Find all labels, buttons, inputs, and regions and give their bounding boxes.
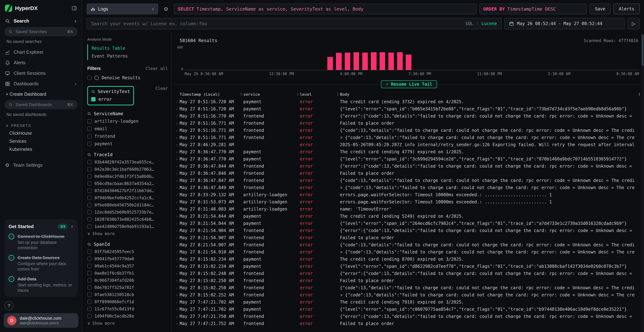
denoise-results-option[interactable]: Denoise Results xyxy=(87,75,168,80)
row-expand-chevron[interactable]: › xyxy=(174,228,180,233)
filter-option[interactable]: email xyxy=(87,126,168,131)
histogram-bar[interactable] xyxy=(327,57,333,70)
row-expand-chevron[interactable]: › xyxy=(174,193,180,197)
log-row[interactable]: ›May 27 8:36:47.849 AMfrontenderror✕{"co… xyxy=(174,184,644,191)
checkbox[interactable] xyxy=(87,167,92,171)
sidebar-item-team-settings[interactable]: ⚙ Team Settings xyxy=(0,160,82,171)
filter-option[interactable]: ✓error xyxy=(91,96,130,102)
sidebar-item-alerts[interactable]: Alerts xyxy=(0,58,82,68)
user-menu[interactable]: D dale@clickhouse.com dale@clickhouse.co… xyxy=(4,313,78,328)
filter-option[interactable]: 07d184304627bf2f11b67dd… xyxy=(87,188,168,193)
row-expand-chevron[interactable]: › xyxy=(174,136,180,140)
log-row[interactable]: ›May 27 8:36:47.844 AMfrontenderror{"err… xyxy=(174,162,644,170)
wrap-toggle-icon[interactable]: ✕ xyxy=(340,250,343,254)
order-by-input[interactable]: ORDER BY TimestampTime DESC xyxy=(480,4,587,14)
filter-option[interactable]: 1d94f08c5acdb28e xyxy=(87,314,168,318)
row-expand-chevron[interactable]: › xyxy=(174,293,180,297)
log-row[interactable]: ›May 27 8:15:02.234 AMpaymenterrorThe cr… xyxy=(174,256,644,263)
filter-option[interactable]: payment xyxy=(87,141,168,146)
log-row[interactable]: ›May 27 8:33:29.132 AMartillery-loadgene… xyxy=(174,191,644,198)
filter-option[interactable]: 0c0667304fafd206 xyxy=(87,278,168,283)
log-row[interactable]: ›May 27 8:36:47.846 AMfrontenderrorFaile… xyxy=(174,170,644,177)
run-query-button[interactable]: ▷ xyxy=(628,18,640,29)
histogram-bar[interactable] xyxy=(380,52,385,70)
column-resize-handle[interactable]: ⋮ xyxy=(336,92,340,96)
show-more-button[interactable]: ∨Show more xyxy=(87,231,168,236)
analysis-mode-option[interactable]: Event Patterns xyxy=(92,52,168,60)
row-expand-chevron[interactable]: › xyxy=(174,264,180,269)
row-expand-chevron[interactable]: › xyxy=(174,250,180,254)
log-row[interactable]: ›May 27 8:21:54.907 AMfrontenderrorFaile… xyxy=(174,234,644,241)
filter-option[interactable]: 11c67fe55c0d13fd xyxy=(87,306,168,311)
wrap-toggle-icon[interactable]: ✕ xyxy=(340,293,343,297)
filter-option[interactable]: frontend xyxy=(87,134,168,139)
sidebar-item-client-sessions[interactable]: Client Sessions xyxy=(0,68,82,78)
checkbox[interactable] xyxy=(87,285,92,290)
histogram-bar[interactable] xyxy=(362,52,368,70)
row-expand-chevron[interactable]: › xyxy=(174,121,180,126)
filter-option[interactable]: 0ae8e1f6c6b37fb1 xyxy=(87,271,168,276)
row-expand-chevron[interactable]: › xyxy=(174,236,180,240)
row-expand-chevron[interactable]: › xyxy=(174,100,180,104)
checkbox[interactable] xyxy=(87,314,92,318)
get-started-header[interactable]: Get Started 3/3 ∧ xyxy=(8,224,73,229)
scrollbar-thumb[interactable] xyxy=(642,34,644,66)
checkbox[interactable] xyxy=(87,188,92,193)
filter-option[interactable]: 0de781ff325a781f xyxy=(87,285,168,290)
filter-option[interactable]: 12ec8dd52b60b9525733b7e… xyxy=(87,210,168,214)
log-row[interactable]: ›May 27 7:47:21.702 AMpaymenterror{"leve… xyxy=(174,306,644,313)
log-row[interactable]: ›May 27 8:21:54.904 AMfrontenderror{"err… xyxy=(174,227,644,234)
lucene-mode-toggle[interactable]: Lucene xyxy=(482,21,497,26)
log-row[interactable]: ›May 27 8:51:16.771 AMfrontenderror✕{"co… xyxy=(174,134,644,141)
checkbox[interactable] xyxy=(87,134,92,138)
filter-option[interactable]: artillery-loadgen xyxy=(87,119,168,124)
filter-option[interactable]: 042a30c3dc1baf660b27863… xyxy=(87,167,168,172)
filter-option[interactable]: 049ed0ac3fdb1f3f15a0b0b… xyxy=(87,174,168,179)
checkbox[interactable] xyxy=(87,127,92,131)
filter-option[interactable]: 03b44828f42a3573ea655ce… xyxy=(87,160,168,164)
row-expand-chevron[interactable]: › xyxy=(174,207,180,212)
log-row[interactable]: ›May 27 8:15:02.250 AMfrontenderrorFaile… xyxy=(174,277,644,284)
log-row[interactable]: ›May 27 8:51:16.771 AMfrontenderrorFaile… xyxy=(174,120,644,127)
sidebar-item-chart-explorer[interactable]: Chart Explorer xyxy=(0,47,82,58)
histogram-bar[interactable] xyxy=(388,52,394,70)
date-range-picker[interactable]: May 26 08:52:44 - May 27 08:52:44 xyxy=(504,18,625,29)
row-expand-chevron[interactable]: › xyxy=(174,271,180,276)
saved-dashboards-input[interactable]: Saved Dashboards ⌘K xyxy=(4,100,78,109)
checkbox[interactable] xyxy=(87,257,92,261)
row-expand-chevron[interactable]: › xyxy=(174,142,180,147)
show-more-button[interactable]: ∨Show more xyxy=(87,321,168,326)
log-row[interactable]: ›May 27 8:15:02.234 AMpaymenterror{"leve… xyxy=(174,263,644,270)
checkbox[interactable] xyxy=(87,76,92,80)
checkbox[interactable] xyxy=(87,217,92,222)
clear-all-filters-button[interactable]: Clear all xyxy=(146,66,168,71)
filter-option[interactable]: 09041fb457779da0 xyxy=(87,256,168,261)
row-expand-chevron[interactable]: › xyxy=(174,243,180,247)
filter-option[interactable]: 03f7b824595feec5 xyxy=(87,249,168,254)
row-expand-chevron[interactable]: › xyxy=(174,286,180,290)
row-expand-chevron[interactable]: › xyxy=(174,307,180,312)
column-resize-handle[interactable]: ⋮ xyxy=(239,92,243,96)
chevron-up-icon[interactable]: ∧ xyxy=(71,224,73,228)
source-settings-gear-icon[interactable]: ⚙ xyxy=(161,4,171,14)
log-row[interactable]: ›May 27 8:15:02.248 AMfrontenderror{"err… xyxy=(174,270,644,277)
log-row[interactable]: ›May 27 8:21:54.844 AMpaymenterror{"leve… xyxy=(174,220,644,227)
checkbox[interactable] xyxy=(87,292,92,297)
log-row[interactable]: ›May 27 8:31:53.073 AMartillery-loadgene… xyxy=(174,198,644,206)
row-expand-chevron[interactable]: › xyxy=(174,107,180,111)
log-row[interactable]: ›May 27 8:15:02.252 AMfrontenderror✕{"co… xyxy=(174,292,644,298)
row-expand-chevron[interactable]: › xyxy=(174,150,180,154)
filter-option[interactable]: 0ff8990066efcf1d xyxy=(87,300,168,304)
checkbox[interactable] xyxy=(87,119,92,124)
row-expand-chevron[interactable]: › xyxy=(174,114,180,118)
saved-searches-input[interactable]: Saved Searches ⌘K xyxy=(4,27,78,36)
histogram-bar[interactable] xyxy=(345,52,350,70)
histogram-bar[interactable] xyxy=(354,52,359,70)
source-select[interactable]: Logs ∨ xyxy=(86,4,158,14)
filter-option[interactable]: 18287038b73e882425c64b8… xyxy=(87,217,168,222)
histogram-bar[interactable] xyxy=(397,52,403,70)
row-expand-chevron[interactable]: › xyxy=(174,186,180,190)
sql-mode-toggle[interactable]: SQL xyxy=(465,21,473,26)
log-row[interactable]: ›May 27 8:51:16.771 AMfrontenderror{"cod… xyxy=(174,127,644,134)
sidebar-item-search[interactable]: Search ∧ xyxy=(0,16,82,26)
